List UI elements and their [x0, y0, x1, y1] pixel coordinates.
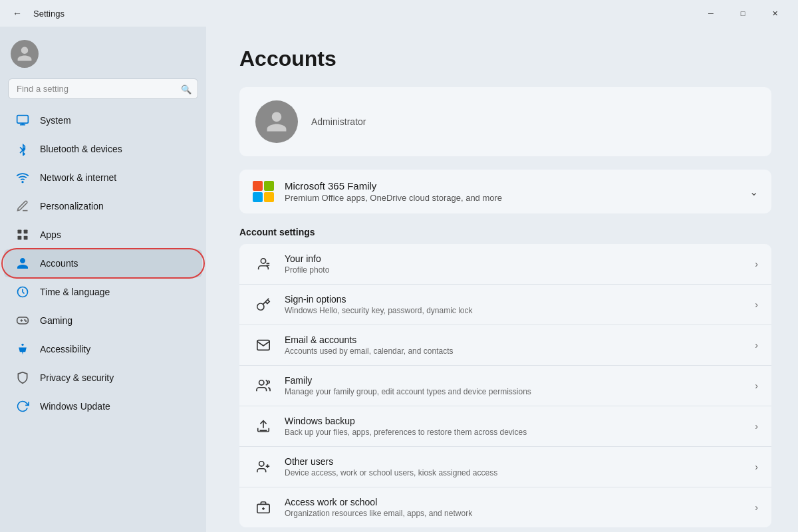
sidebar-item-system-label: System [40, 115, 71, 126]
svg-rect-0 [17, 116, 29, 124]
backup-icon [253, 416, 274, 437]
personalization-icon [15, 198, 31, 214]
email-title: Email & accounts [285, 334, 744, 345]
close-button[interactable]: ✕ [759, 3, 790, 24]
sign-in-icon [253, 294, 274, 315]
minimize-button[interactable]: ─ [696, 3, 726, 24]
svg-point-20 [259, 462, 264, 466]
svg-point-15 [261, 259, 265, 263]
sidebar-item-gaming-label: Gaming [40, 315, 72, 326]
sidebar-item-bluetooth[interactable]: Bluetooth & devices [4, 135, 202, 163]
other-users-text: Other users Device access, work or schoo… [285, 456, 744, 477]
family-subtitle: Manage your family group, edit account t… [285, 387, 744, 396]
accounts-icon [15, 255, 31, 271]
ms365-subtitle: Premium Office apps, OneDrive cloud stor… [285, 193, 739, 203]
email-subtitle: Accounts used by email, calendar, and co… [285, 346, 744, 356]
your-info-icon [253, 253, 274, 275]
email-chevron-icon: › [755, 340, 758, 350]
settings-item-sign-in[interactable]: Sign-in options Windows Hello, security … [239, 285, 771, 325]
search-container: 🔍 [8, 78, 198, 99]
work-school-icon [253, 497, 274, 518]
sidebar-item-accounts[interactable]: Accounts [4, 249, 202, 277]
your-info-subtitle: Profile photo [285, 265, 744, 275]
ms365-logo-red [253, 181, 263, 191]
work-school-title: Access work or school [285, 497, 744, 507]
settings-item-your-info[interactable]: Your info Profile photo › [239, 244, 771, 285]
ms365-logo-yellow [264, 192, 274, 202]
sign-in-subtitle: Windows Hello, security key, password, d… [285, 306, 744, 315]
svg-rect-5 [24, 230, 28, 234]
window-controls: ─ □ ✕ [696, 3, 790, 24]
other-users-title: Other users [285, 456, 744, 467]
gaming-icon [15, 313, 31, 329]
settings-item-family[interactable]: Family Manage your family group, edit ac… [239, 366, 771, 406]
titlebar-left: ← Settings [8, 4, 696, 23]
family-title: Family [285, 375, 744, 386]
ms365-title: Microsoft 365 Family [285, 180, 739, 192]
account-settings-label: Account settings [239, 227, 771, 237]
ms365-logo-blue [253, 192, 263, 202]
ms365-card[interactable]: Microsoft 365 Family Premium Office apps… [239, 170, 771, 213]
ms365-text: Microsoft 365 Family Premium Office apps… [285, 180, 739, 203]
page-title: Accounts [239, 47, 771, 71]
your-info-title: Your info [285, 253, 744, 264]
privacy-icon [15, 370, 31, 386]
email-text: Email & accounts Accounts used by email,… [285, 334, 744, 356]
family-chevron-icon: › [755, 380, 758, 391]
ms365-chevron-icon: ⌄ [749, 186, 758, 198]
svg-point-13 [26, 321, 27, 321]
settings-item-email[interactable]: Email & accounts Accounts used by email,… [239, 325, 771, 366]
settings-item-backup[interactable]: Windows backup Back up your files, apps,… [239, 406, 771, 447]
sidebar-item-update[interactable]: Windows Update [4, 392, 202, 420]
svg-rect-7 [24, 236, 28, 240]
sidebar-nav: System Bluetooth & devices Network & int… [0, 106, 206, 525]
svg-point-12 [25, 320, 25, 321]
sidebar-item-accounts-label: Accounts [40, 258, 78, 269]
svg-rect-2 [21, 123, 23, 124]
sign-in-chevron-icon: › [755, 299, 758, 310]
work-school-subtitle: Organization resources like email, apps,… [285, 509, 744, 518]
other-users-subtitle: Device access, work or school users, kio… [285, 468, 744, 477]
app-title: Settings [33, 9, 65, 19]
system-icon [15, 112, 31, 128]
email-icon [253, 334, 274, 356]
sidebar: 🔍 System Bluetooth & devices [0, 27, 206, 532]
sidebar-item-accessibility[interactable]: Accessibility [4, 335, 202, 363]
settings-item-work-school[interactable]: Access work or school Organization resou… [239, 487, 771, 527]
sidebar-item-privacy-label: Privacy & security [40, 372, 114, 383]
other-users-chevron-icon: › [755, 462, 758, 472]
settings-item-other-users[interactable]: Other users Device access, work or schoo… [239, 447, 771, 487]
titlebar: ← Settings ─ □ ✕ [0, 0, 798, 27]
other-users-icon [253, 456, 274, 477]
sidebar-item-accessibility-label: Accessibility [40, 344, 90, 354]
apps-icon [15, 227, 31, 243]
svg-point-3 [22, 182, 23, 183]
sidebar-item-privacy[interactable]: Privacy & security [4, 364, 202, 392]
sidebar-item-time[interactable]: Time & language [4, 278, 202, 306]
svg-point-18 [259, 380, 264, 385]
sidebar-item-network[interactable]: Network & internet [4, 164, 202, 192]
user-header-card: Administrator [239, 87, 771, 156]
svg-rect-6 [18, 236, 22, 240]
search-input[interactable] [8, 78, 198, 99]
user-label: Administrator [311, 116, 366, 127]
user-avatar [255, 100, 298, 143]
back-button[interactable]: ← [8, 4, 27, 23]
maximize-button[interactable]: □ [728, 3, 758, 24]
sidebar-item-system[interactable]: System [4, 106, 202, 134]
work-school-text: Access work or school Organization resou… [285, 497, 744, 518]
sidebar-item-personalization-label: Personalization [40, 201, 104, 211]
ms365-logo [253, 181, 274, 202]
sign-in-title: Sign-in options [285, 294, 744, 305]
sidebar-item-apps[interactable]: Apps [4, 221, 202, 249]
sidebar-item-update-label: Windows Update [40, 401, 110, 412]
sign-in-text: Sign-in options Windows Hello, security … [285, 294, 744, 315]
avatar [11, 40, 39, 68]
sidebar-item-bluetooth-label: Bluetooth & devices [40, 144, 122, 154]
family-icon [253, 375, 274, 396]
backup-subtitle: Back up your files, apps, preferences to… [285, 428, 744, 437]
svg-rect-1 [20, 124, 25, 126]
sidebar-item-personalization[interactable]: Personalization [4, 192, 202, 220]
sidebar-item-gaming[interactable]: Gaming [4, 307, 202, 334]
backup-title: Windows backup [285, 416, 744, 426]
